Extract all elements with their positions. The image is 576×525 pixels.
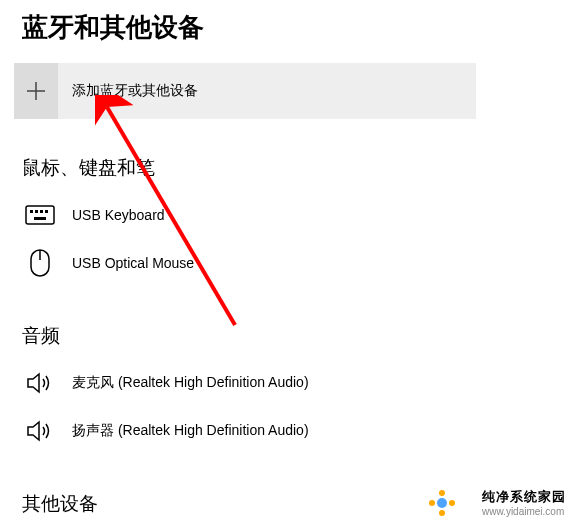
svg-rect-4 xyxy=(35,210,38,213)
svg-point-11 xyxy=(437,498,447,508)
section-heading-audio: 音频 xyxy=(0,323,576,349)
watermark: 纯净系统家园 www.yidaimei.com xyxy=(482,488,566,517)
svg-point-13 xyxy=(449,500,455,506)
device-label: 扬声器 (Realtek High Definition Audio) xyxy=(72,422,309,440)
svg-rect-3 xyxy=(30,210,33,213)
watermark-url: www.yidaimei.com xyxy=(482,506,566,517)
svg-point-15 xyxy=(429,500,435,506)
svg-rect-7 xyxy=(34,217,46,220)
add-device-button[interactable]: 添加蓝牙或其他设备 xyxy=(14,63,476,119)
watermark-logo xyxy=(428,489,456,517)
device-label: USB Optical Mouse xyxy=(72,255,194,271)
device-label: 麦克风 (Realtek High Definition Audio) xyxy=(72,374,309,392)
page-title: 蓝牙和其他设备 xyxy=(0,0,576,63)
mouse-icon xyxy=(22,248,58,278)
svg-rect-6 xyxy=(45,210,48,213)
svg-rect-2 xyxy=(26,206,54,224)
speaker-icon xyxy=(22,419,58,443)
device-row[interactable]: USB Optical Mouse xyxy=(0,239,576,287)
watermark-title: 纯净系统家园 xyxy=(482,488,566,506)
device-row[interactable]: 麦克风 (Realtek High Definition Audio) xyxy=(0,359,576,407)
svg-point-12 xyxy=(439,490,445,496)
svg-point-14 xyxy=(439,510,445,516)
device-row[interactable]: 扬声器 (Realtek High Definition Audio) xyxy=(0,407,576,455)
plus-icon xyxy=(14,63,58,119)
add-device-label: 添加蓝牙或其他设备 xyxy=(72,82,198,100)
device-label: USB Keyboard xyxy=(72,207,165,223)
svg-rect-5 xyxy=(40,210,43,213)
speaker-icon xyxy=(22,371,58,395)
section-heading-input: 鼠标、键盘和笔 xyxy=(0,155,576,181)
device-row[interactable]: USB Keyboard xyxy=(0,191,576,239)
keyboard-icon xyxy=(22,205,58,225)
